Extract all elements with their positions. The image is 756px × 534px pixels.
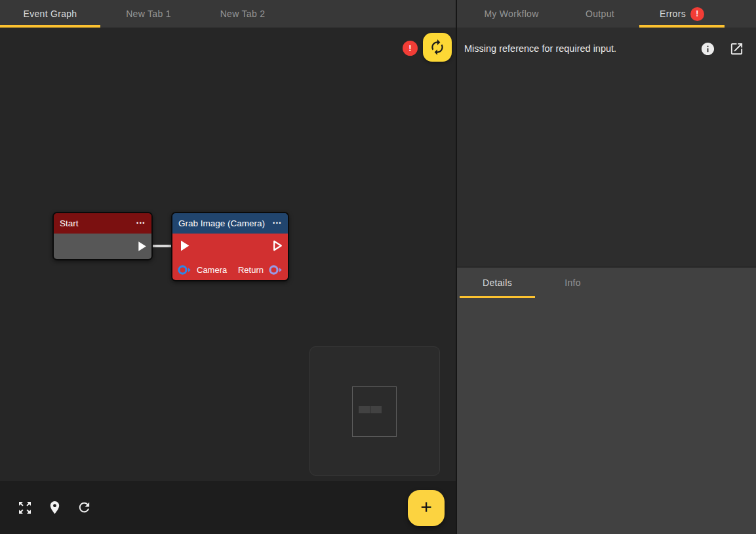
node-grab-exec-input-pin[interactable] [175, 237, 193, 257]
camera-input-pin[interactable] [177, 264, 192, 276]
graph-tabbar: Event Graph New Tab 1 New Tab 2 [0, 0, 456, 28]
minimap-node-grab [370, 406, 382, 413]
add-node-button[interactable]: + [408, 490, 445, 526]
node-start-title: Start [60, 218, 79, 228]
node-start-body [54, 234, 151, 259]
return-output-pin[interactable] [268, 264, 283, 276]
node-grab-menu-button[interactable]: ••• [269, 220, 282, 226]
error-actions [696, 37, 747, 60]
open-in-new-icon [729, 41, 744, 56]
tab-info[interactable]: Info [535, 268, 610, 298]
fit-view-button[interactable] [12, 495, 38, 521]
graph-pane: Event Graph New Tab 1 New Tab 2 ! [0, 0, 457, 534]
center-graph-button[interactable] [41, 495, 68, 521]
tab-output-label: Output [586, 9, 614, 19]
autorenew-icon [429, 39, 446, 56]
graph-minimap[interactable] [309, 346, 440, 476]
tab-details-label: Details [483, 277, 512, 288]
tab-event-graph[interactable]: Event Graph [0, 0, 100, 28]
zoom-out-map-icon [17, 500, 33, 516]
plus-icon: + [420, 497, 432, 517]
error-list-item[interactable]: Missing reference for required input. [457, 28, 756, 60]
exec-wire-start-to-grab [149, 245, 173, 247]
graph-toolbar: + [0, 481, 456, 534]
tab-errors[interactable]: Errors ! [639, 0, 725, 28]
exec-pin-filled-icon [133, 238, 149, 255]
tab-errors-label: Errors [660, 9, 686, 19]
badge-exclamation: ! [696, 9, 698, 18]
refresh-icon [77, 500, 92, 515]
error-exclamation: ! [408, 43, 411, 53]
exec-pin-outline-icon [268, 237, 285, 255]
workflow-editor-app: Event Graph New Tab 1 New Tab 2 ! [0, 0, 756, 534]
details-panel: Details Info [457, 266, 756, 534]
tab-new-tab-1[interactable]: New Tab 1 [100, 0, 197, 28]
node-grab-image-camera[interactable]: Grab Image (Camera) ••• [171, 212, 289, 281]
node-start-header: Start ••• [54, 213, 151, 234]
node-grab-title: Grab Image (Camera) [178, 218, 265, 228]
refresh-graph-button[interactable] [71, 495, 97, 521]
details-tabbar: Details Info [457, 268, 756, 298]
return-pin-label: Return [238, 265, 264, 275]
error-message-text: Missing reference for required input. [464, 43, 616, 54]
inspector-tabbar: My Workflow Output Errors ! [457, 0, 756, 28]
tab-output[interactable]: Output [561, 0, 639, 28]
info-icon [700, 41, 715, 56]
node-graph-canvas[interactable]: ! Start ••• [0, 28, 456, 481]
exec-pin-filled-icon [175, 237, 193, 255]
tab-new-tab-2-label: New Tab 2 [220, 9, 266, 19]
minimap-node-start [359, 406, 370, 413]
node-grab-header: Grab Image (Camera) ••• [172, 213, 288, 234]
tab-my-workflow[interactable]: My Workflow [462, 0, 561, 28]
tab-event-graph-label: Event Graph [24, 9, 77, 19]
tab-details[interactable]: Details [460, 268, 535, 298]
errors-panel: Missing reference for required input. [457, 28, 756, 266]
inspector-pane: My Workflow Output Errors ! Missing refe… [457, 0, 756, 534]
node-grab-body: Camera Return [172, 234, 288, 280]
sync-graph-button[interactable] [423, 33, 452, 62]
errors-count-badge: ! [690, 7, 704, 21]
node-start-exec-output-pin[interactable] [133, 238, 149, 257]
canvas-error-indicator: ! [403, 41, 418, 56]
tab-new-tab-1-label: New Tab 1 [126, 9, 171, 19]
camera-pin-label: Camera [197, 265, 227, 275]
node-start-menu-button[interactable]: ••• [132, 220, 146, 226]
tab-info-label: Info [565, 277, 581, 288]
node-grab-pin-row: Camera Return [172, 264, 288, 276]
tab-new-tab-2[interactable]: New Tab 2 [197, 0, 288, 28]
location-pin-icon [47, 500, 62, 515]
node-start[interactable]: Start ••• [52, 212, 153, 260]
node-grab-exec-output-pin[interactable] [268, 237, 285, 257]
tab-my-workflow-label: My Workflow [484, 9, 538, 19]
error-open-button[interactable] [725, 37, 747, 60]
error-info-button[interactable] [696, 37, 719, 60]
details-content [457, 298, 756, 534]
